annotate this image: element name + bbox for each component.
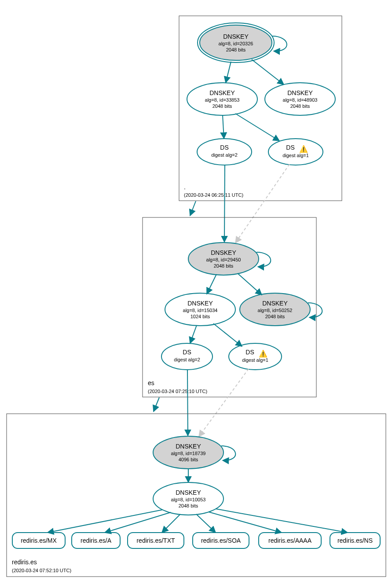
svg-text:alg=8, id=29450: alg=8, id=29450: [206, 257, 241, 262]
edge-zsk1-ds1: [235, 114, 279, 141]
node-rediris-zsk: DNSKEY alg=8, id=10053 2048 bits: [153, 482, 223, 515]
zone-rediris-label: rediris.es: [12, 559, 37, 566]
edge-rzsk-soa: [196, 514, 216, 533]
node-root-ds1: DS ⚠️ digest alg=1: [268, 139, 323, 165]
svg-text:DNSKEY: DNSKEY: [287, 89, 313, 96]
svg-text:DNSKEY: DNSKEY: [209, 89, 235, 96]
edge-rzsk-a: [105, 512, 171, 533]
svg-text:2048 bits: 2048 bits: [214, 263, 234, 268]
zone-es: es (2020-03-24 07:25:10 UTC) DNSKEY alg=…: [143, 217, 322, 397]
edge-ds1-esksk: [235, 164, 289, 243]
svg-text:DNSKEY: DNSKEY: [176, 489, 201, 496]
node-es-key2: DNSKEY alg=8, id=50252 2048 bits: [240, 293, 310, 326]
svg-text:alg=8, id=48903: alg=8, id=48903: [283, 97, 318, 103]
node-rediris-ksk: DNSKEY alg=8, id=18739 4096 bits: [153, 436, 223, 469]
leaf-ns: rediris.es/NS: [330, 533, 380, 548]
edge-ds2-esksk: [224, 165, 225, 242]
svg-text:rediris.es/AAAA: rediris.es/AAAA: [268, 537, 312, 544]
edge-rzsk-aaaa: [209, 512, 282, 533]
edge-rzsk-txt: [162, 514, 180, 533]
leaf-a: rediris.es/A: [72, 533, 120, 548]
svg-text:alg=8, id=50252: alg=8, id=50252: [258, 308, 293, 313]
warning-icon: ⚠️: [259, 349, 267, 358]
zone-rediris: rediris.es (2020-03-24 07:52:10 UTC) DNS…: [7, 414, 386, 577]
svg-text:DS: DS: [286, 144, 294, 151]
zone-root-ts: (2020-03-24 06:25:11 UTC): [184, 192, 243, 198]
svg-text:DNSKEY: DNSKEY: [176, 443, 201, 450]
svg-text:digest alg=2: digest alg=2: [174, 357, 200, 362]
edge-rootksk-zsk1: [226, 62, 231, 83]
edge-rootksk-zsk2: [252, 59, 284, 85]
leaf-mx: rediris.es/MX: [12, 533, 65, 548]
svg-point-17: [268, 139, 323, 165]
node-root-zsk1: DNSKEY alg=8, id=33853 2048 bits: [187, 83, 257, 115]
edge-eszsk-ds1: [213, 324, 242, 346]
edge-esds1-rksk: [199, 369, 249, 437]
svg-text:2048 bits: 2048 bits: [179, 503, 198, 508]
svg-text:digest alg=1: digest alg=1: [282, 153, 309, 158]
svg-point-36: [229, 343, 282, 370]
svg-text:digest alg=2: digest alg=2: [211, 152, 238, 158]
node-root-ds2: DS digest alg=2: [197, 139, 252, 165]
edge-zone-es-rediris: [154, 397, 159, 412]
edge-rzsk-ns: [216, 509, 348, 533]
svg-text:alg=8, id=15034: alg=8, id=15034: [183, 308, 218, 313]
svg-text:1024 bits: 1024 bits: [191, 314, 210, 319]
svg-text:rediris.es/TXT: rediris.es/TXT: [136, 537, 175, 544]
zone-rediris-ts: (2020-03-24 07:52:10 UTC): [12, 568, 71, 573]
zone-root: . (2020-03-24 06:25:11 UTC) DNSKEY alg=8…: [179, 16, 342, 201]
svg-text:DNSKEY: DNSKEY: [187, 300, 213, 307]
edge-zsk1-ds2: [223, 115, 224, 139]
zone-es-ts: (2020-03-24 07:25:10 UTC): [148, 389, 207, 394]
svg-text:4096 bits: 4096 bits: [179, 457, 198, 462]
edge-esds2-rksk: [187, 370, 188, 436]
edge-esksk-eskey2: [238, 273, 262, 295]
svg-text:rediris.es/MX: rediris.es/MX: [21, 537, 57, 544]
leaf-soa: rediris.es/SOA: [193, 533, 249, 548]
edge-esksk-eszsk: [207, 274, 216, 294]
svg-text:DNSKEY: DNSKEY: [211, 249, 236, 256]
edge-rzsk-mx: [48, 510, 163, 533]
leaf-txt: rediris.es/TXT: [128, 533, 184, 548]
edge-zone-root-es: [190, 201, 196, 216]
svg-text:alg=8, id=20326: alg=8, id=20326: [219, 41, 253, 46]
svg-text:2048 bits: 2048 bits: [226, 47, 246, 52]
zone-root-label: .: [184, 184, 186, 191]
svg-text:2048 bits: 2048 bits: [265, 314, 285, 319]
svg-text:alg=8, id=18739: alg=8, id=18739: [171, 451, 206, 456]
svg-text:alg=8, id=10053: alg=8, id=10053: [171, 497, 206, 502]
leaf-aaaa: rediris.es/AAAA: [259, 533, 321, 548]
svg-text:DNSKEY: DNSKEY: [262, 300, 288, 307]
svg-text:rediris.es/A: rediris.es/A: [81, 537, 112, 544]
svg-point-33: [161, 343, 212, 370]
zone-es-label: es: [148, 379, 154, 386]
svg-text:alg=8, id=33853: alg=8, id=33853: [205, 97, 240, 103]
node-root-zsk2: DNSKEY alg=8, id=48903 2048 bits: [265, 83, 335, 115]
node-es-ksk: DNSKEY alg=8, id=29450 2048 bits: [188, 243, 259, 275]
svg-text:DNSKEY: DNSKEY: [223, 33, 249, 40]
svg-text:DS: DS: [245, 349, 254, 356]
node-es-ds1: DS ⚠️ digest alg=1: [229, 343, 282, 370]
edge-eszsk-ds2: [190, 325, 197, 343]
svg-text:2048 bits: 2048 bits: [212, 103, 232, 109]
svg-point-14: [197, 139, 252, 165]
svg-text:rediris.es/SOA: rediris.es/SOA: [201, 537, 241, 544]
svg-text:DS: DS: [183, 349, 191, 356]
node-root-ksk: DNSKEY alg=8, id=20326 2048 bits: [198, 23, 274, 63]
svg-text:digest alg=1: digest alg=1: [242, 357, 268, 363]
svg-text:2048 bits: 2048 bits: [290, 103, 310, 109]
node-es-zsk: DNSKEY alg=8, id=15034 1024 bits: [165, 293, 235, 326]
node-es-ds2: DS digest alg=2: [161, 343, 212, 370]
svg-text:rediris.es/NS: rediris.es/NS: [337, 537, 373, 544]
warning-icon: ⚠️: [299, 145, 308, 153]
svg-text:DS: DS: [220, 144, 228, 151]
